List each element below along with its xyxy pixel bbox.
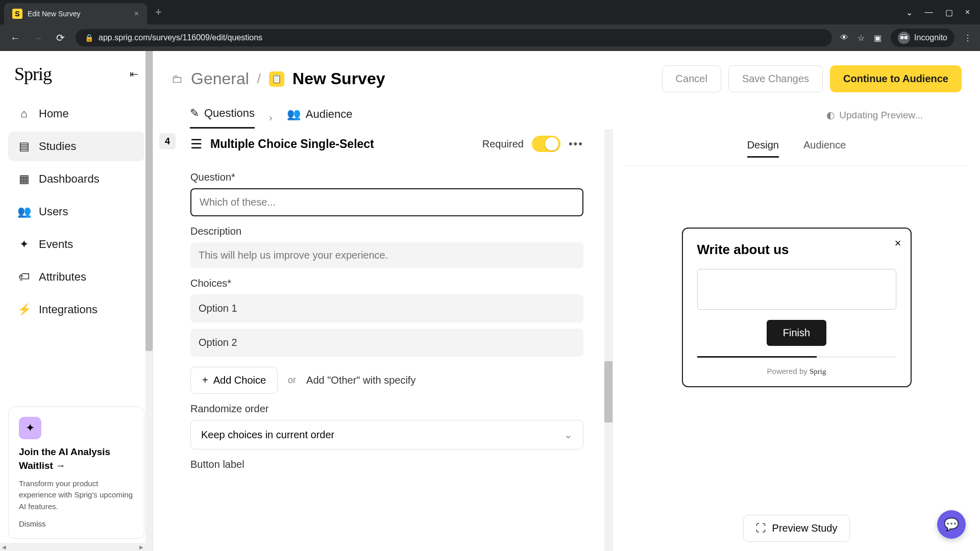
tab-search-icon[interactable]: ⌄	[906, 8, 913, 17]
new-tab-button[interactable]: +	[155, 6, 162, 19]
description-input[interactable]	[190, 242, 583, 268]
tab-questions[interactable]: ✎ Questions	[190, 107, 255, 129]
required-label: Required	[482, 138, 524, 150]
sidebar-item-studies[interactable]: ▤ Studies	[8, 132, 144, 161]
sidebar-item-dashboards[interactable]: ▦ Dashboards	[8, 164, 144, 194]
cancel-button[interactable]: Cancel	[662, 65, 721, 92]
url-text: app.sprig.com/surveys/116009/edit/questi…	[99, 33, 262, 42]
folder-icon: 🗀	[172, 72, 183, 86]
sidebar-item-label: Users	[39, 205, 68, 218]
sidebar-item-home[interactable]: ⌂ Home	[8, 99, 144, 129]
preview-tab-audience[interactable]: Audience	[803, 139, 846, 158]
question--card: ☰ Multiple Choice Single-Select Required…	[180, 129, 602, 488]
question-type-icon: ☰	[190, 136, 202, 152]
survey-icon: 📋	[269, 71, 284, 87]
chat-fab[interactable]: 💬	[937, 510, 966, 539]
add-choice-label: Add Choice	[213, 374, 266, 386]
sidebar: Sprig ⇤ ⌂ Home ▤ Studies ▦ Dashboards 👥 …	[0, 51, 153, 551]
browser-tab-strip: S Edit New Survey × + ⌄ — ▢ ×	[0, 0, 980, 24]
chevron-down-icon: ⌄	[564, 429, 573, 441]
randomize-select[interactable]: Keep choices in current order ⌄	[190, 420, 583, 449]
maximize-icon[interactable]: ▢	[945, 8, 953, 17]
users-icon: 👥	[17, 205, 31, 218]
spinner-icon: ◐	[826, 109, 835, 121]
bookmark-icon[interactable]: ☆	[857, 33, 865, 43]
address-bar: ← → ⟳ 🔒 app.sprig.com/surveys/116009/edi…	[0, 24, 980, 51]
tab-label: Questions	[204, 107, 255, 120]
continue-to-audience-button[interactable]: Continue to Audience	[830, 65, 962, 92]
widget-title: Write about us	[697, 242, 896, 258]
sidebar-item-attributes[interactable]: 🏷 Attributes	[8, 262, 144, 292]
sidebar-item-label: Attributes	[39, 270, 86, 284]
editor-scrollbar[interactable]	[604, 129, 612, 551]
sidebar-item-label: Dashboards	[39, 172, 100, 186]
choices-field-label: Choices*	[190, 278, 583, 289]
powered-by-brand[interactable]: Sprig	[810, 367, 826, 375]
promo-dismiss-link[interactable]: Dismiss	[19, 519, 134, 528]
sidebar-scrollbar[interactable]	[145, 51, 153, 551]
randomize-label: Randomize order	[190, 403, 583, 415]
question-input[interactable]	[190, 188, 583, 216]
edit-icon: ✎	[190, 107, 199, 120]
sidebar-item-users[interactable]: 👥 Users	[8, 197, 144, 227]
incognito-label: Incognito	[914, 33, 947, 42]
preview-tab-design[interactable]: Design	[747, 139, 779, 158]
widget-close-icon[interactable]: ×	[895, 237, 901, 250]
forward-button[interactable]: →	[31, 32, 45, 44]
sidebar-h-scrollbar[interactable]: ◀▶	[0, 543, 145, 551]
question-field-label: Question*	[190, 171, 583, 183]
kebab-menu-icon[interactable]: ⋮	[964, 33, 972, 43]
updating-preview-status: ◐ Updating Preview...	[826, 107, 943, 129]
promo-title[interactable]: Join the AI Analysis Waitlist →	[19, 445, 134, 472]
close-tab-icon[interactable]: ×	[134, 9, 139, 18]
collapse-sidebar-icon[interactable]: ⇤	[130, 68, 138, 80]
finish-button[interactable]: Finish	[767, 320, 826, 346]
description-field-label: Description	[190, 226, 583, 237]
page-title: New Survey	[292, 69, 385, 88]
close-window-icon[interactable]: ×	[965, 8, 970, 17]
add-choice-button[interactable]: + Add Choice	[190, 367, 278, 394]
minimize-icon[interactable]: —	[925, 8, 933, 17]
promo-card: ✦ Join the AI Analysis Waitlist → Transf…	[8, 406, 144, 539]
save-changes-button[interactable]: Save Changes	[728, 65, 823, 92]
button-label-label: Button label	[190, 459, 583, 470]
dashboards-icon: ▦	[17, 172, 31, 186]
tab-favicon: S	[12, 9, 22, 19]
add-other-link[interactable]: Add "Other" with specify	[306, 374, 415, 386]
panel-icon[interactable]: ▣	[874, 33, 881, 43]
preview-column: Design Audience × Write about us Finish …	[612, 129, 980, 551]
breadcrumb-separator: /	[257, 71, 261, 87]
logo[interactable]: Sprig	[14, 63, 52, 85]
plus-icon: +	[202, 374, 208, 386]
main-area: 🗀 General / 📋 New Survey Cancel Save Cha…	[153, 51, 980, 551]
widget-footer: Powered by Sprig	[697, 367, 896, 376]
or-text: or	[288, 375, 296, 386]
breadcrumb-folder[interactable]: General	[191, 69, 249, 88]
sidebar-item-label: Events	[39, 238, 73, 251]
editor-column: 4 ☰ Multiple Choice Single-Select Requir…	[153, 129, 612, 551]
sidebar-item-integrations[interactable]: ⚡ Integrations	[8, 295, 144, 324]
sidebar-item-label: Home	[39, 107, 69, 120]
chevron-right-icon: ›	[269, 112, 273, 123]
reload-button[interactable]: ⟳	[53, 32, 67, 44]
chat-icon: 💬	[944, 517, 959, 532]
incognito-badge: 🕶 Incognito	[891, 29, 954, 47]
browser-tab[interactable]: S Edit New Survey ×	[4, 3, 147, 24]
events-icon: ✦	[17, 238, 31, 251]
widget-textarea[interactable]	[697, 269, 896, 310]
more-menu-icon[interactable]: •••	[569, 137, 583, 151]
preview-study-button[interactable]: ⛶ Preview Study	[743, 515, 850, 542]
back-button[interactable]: ←	[8, 32, 22, 44]
required-toggle[interactable]	[532, 136, 560, 152]
choice-input-1[interactable]	[190, 294, 583, 322]
incognito-icon: 🕶	[898, 32, 910, 44]
eye-off-icon[interactable]: 👁	[840, 33, 848, 42]
tab-label: Audience	[306, 108, 353, 121]
lock-icon: 🔒	[85, 34, 93, 42]
sidebar-item-events[interactable]: ✦ Events	[8, 230, 144, 259]
preview-widget: × Write about us Finish Powered by Sprig	[682, 228, 912, 387]
tab-audience[interactable]: 👥 Audience	[287, 107, 353, 129]
url-field[interactable]: 🔒 app.sprig.com/surveys/116009/edit/ques…	[76, 29, 832, 46]
choice-input-2[interactable]	[190, 329, 583, 357]
sidebar-item-label: Studies	[39, 140, 76, 153]
